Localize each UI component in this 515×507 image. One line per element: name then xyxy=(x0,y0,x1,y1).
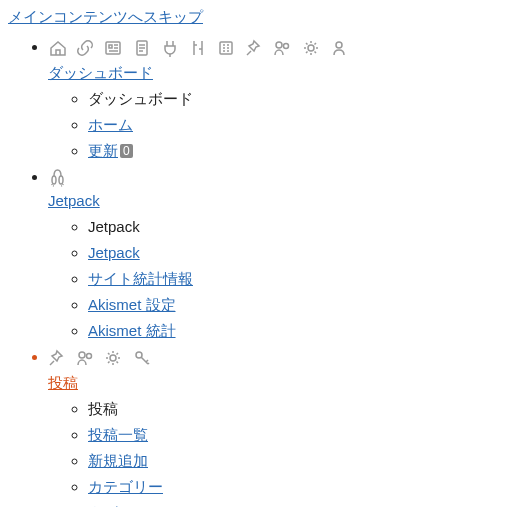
pin-icon xyxy=(48,349,66,367)
svg-point-4 xyxy=(276,42,282,48)
submenu-item: 投稿 xyxy=(88,397,507,421)
submenu-posts: 投稿 投稿一覧 新規追加 カテゴリー タグ xyxy=(48,397,507,507)
submenu-item[interactable]: 投稿一覧 xyxy=(88,423,507,447)
menu-label-jetpack[interactable]: Jetpack xyxy=(48,189,100,213)
submenu-jetpack: Jetpack Jetpack サイト統計情報 Akismet 設定 Akism… xyxy=(48,215,507,343)
submenu-link-home[interactable]: ホーム xyxy=(88,116,133,133)
submenu-current-label: Jetpack xyxy=(88,218,140,235)
link-icon xyxy=(76,39,94,57)
submenu-item[interactable]: 更新0 xyxy=(88,139,507,163)
svg-point-9 xyxy=(59,176,63,184)
plugin-icon xyxy=(161,39,179,57)
submenu-item[interactable]: ホーム xyxy=(88,113,507,137)
submenu-link-add-new[interactable]: 新規追加 xyxy=(88,452,148,469)
menu-label-dashboard[interactable]: ダッシュボード xyxy=(48,61,153,85)
submenu-item[interactable]: Akismet 設定 xyxy=(88,293,507,317)
svg-point-7 xyxy=(336,42,342,48)
submenu-item: ダッシュボード xyxy=(88,87,507,111)
submenu-item[interactable]: Akismet 統計 xyxy=(88,319,507,343)
svg-rect-3 xyxy=(220,42,232,54)
submenu-link-akismet-settings[interactable]: Akismet 設定 xyxy=(88,296,176,313)
submenu-item[interactable]: カテゴリー xyxy=(88,475,507,499)
page-icon xyxy=(133,39,151,57)
icon-row xyxy=(48,345,157,369)
svg-rect-1 xyxy=(109,45,112,48)
home-icon xyxy=(48,39,66,57)
submenu-link-stats[interactable]: サイト統計情報 xyxy=(88,270,193,287)
submenu-item: Jetpack xyxy=(88,215,507,239)
users-icon xyxy=(76,349,94,367)
icon-row xyxy=(48,168,70,185)
gallery-icon xyxy=(104,39,122,57)
svg-point-10 xyxy=(79,352,85,358)
preferences-icon xyxy=(217,39,235,57)
submenu-link-categories[interactable]: カテゴリー xyxy=(88,478,163,495)
users-icon xyxy=(273,39,291,57)
key-icon xyxy=(133,349,151,367)
svg-point-6 xyxy=(308,45,314,51)
submenu-item[interactable]: サイト統計情報 xyxy=(88,267,507,291)
svg-point-11 xyxy=(87,354,92,359)
icon-row xyxy=(48,35,354,59)
jetpack-icon xyxy=(48,167,70,189)
tools-icon xyxy=(189,39,207,57)
menu-item-dashboard[interactable]: ダッシュボード ダッシュボード ホーム 更新0 xyxy=(48,35,507,163)
skip-to-content-link[interactable]: メインコンテンツへスキップ xyxy=(8,8,203,27)
submenu-link-updates[interactable]: 更新 xyxy=(88,142,118,159)
update-count-badge: 0 xyxy=(120,144,133,158)
submenu-link-jetpack[interactable]: Jetpack xyxy=(88,244,140,261)
submenu-item[interactable]: 新規追加 xyxy=(88,449,507,473)
person-icon xyxy=(330,39,348,57)
pin-icon xyxy=(245,39,263,57)
svg-point-12 xyxy=(110,355,116,361)
menu-label-posts[interactable]: 投稿 xyxy=(48,371,78,395)
svg-point-5 xyxy=(284,44,289,49)
admin-menu: ダッシュボード ダッシュボード ホーム 更新0 Jetpack Jetpack … xyxy=(8,35,507,507)
menu-item-posts[interactable]: 投稿 投稿 投稿一覧 新規追加 カテゴリー タグ xyxy=(48,345,507,507)
settings-icon xyxy=(302,39,320,57)
submenu-current-label: ダッシュボード xyxy=(88,90,193,107)
submenu-item[interactable]: Jetpack xyxy=(88,241,507,265)
submenu-current-label: 投稿 xyxy=(88,400,118,417)
menu-item-jetpack[interactable]: Jetpack Jetpack Jetpack サイト統計情報 Akismet … xyxy=(48,165,507,343)
settings-icon xyxy=(104,349,122,367)
submenu-link-akismet-stats[interactable]: Akismet 統計 xyxy=(88,322,176,339)
submenu-dashboard: ダッシュボード ホーム 更新0 xyxy=(48,87,507,163)
submenu-item[interactable]: タグ xyxy=(88,501,507,507)
svg-point-8 xyxy=(52,176,56,184)
submenu-link-all-posts[interactable]: 投稿一覧 xyxy=(88,426,148,443)
